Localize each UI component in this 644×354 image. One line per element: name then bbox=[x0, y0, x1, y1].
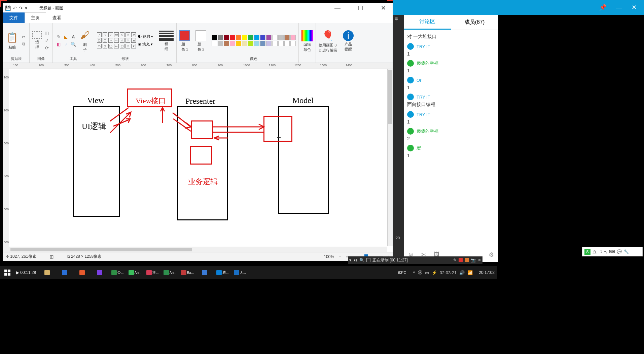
palette-swatch[interactable] bbox=[242, 35, 247, 40]
tab-home[interactable]: 主页 bbox=[25, 12, 46, 23]
text-icon[interactable]: A bbox=[70, 34, 76, 40]
palette-swatch[interactable] bbox=[236, 41, 241, 46]
palette-swatch[interactable] bbox=[260, 35, 265, 40]
taskbar-app[interactable] bbox=[197, 267, 213, 278]
resize-icon[interactable]: ⤢ bbox=[44, 37, 50, 43]
ime-toolbar[interactable]: S 五 ☽ •, ⌨ 💬 🔧 bbox=[582, 247, 643, 256]
taskbar-app[interactable]: An... bbox=[162, 267, 178, 278]
rec-search-icon[interactable]: 🔍 bbox=[359, 258, 364, 262]
palette-swatch[interactable] bbox=[290, 41, 296, 46]
pin-icon[interactable]: 📌 bbox=[599, 4, 607, 11]
tray-battery-icon[interactable]: ▭ bbox=[425, 270, 429, 275]
palette-swatch[interactable] bbox=[224, 41, 229, 46]
window-close-button[interactable]: ✕ bbox=[376, 4, 391, 12]
canvas[interactable]: View Presenter Model UI逻辑 View接口 业务逻辑 ✛ bbox=[9, 69, 393, 252]
thickness-button[interactable]: 粗 细 bbox=[159, 31, 174, 51]
fill-icon[interactable]: ◣ bbox=[63, 34, 69, 40]
palette-swatch[interactable] bbox=[284, 41, 290, 46]
rec-pen-icon[interactable]: ✎ bbox=[453, 258, 457, 262]
palette-swatch[interactable] bbox=[272, 41, 278, 46]
picker-icon[interactable]: ⟋ bbox=[63, 41, 69, 47]
bubble-icon[interactable]: 💬 bbox=[617, 249, 622, 254]
taskbar-weather[interactable]: 63°C bbox=[395, 271, 410, 275]
palette-swatch[interactable] bbox=[248, 35, 253, 40]
rec-x-icon[interactable]: ✕ bbox=[478, 258, 481, 262]
system-tray[interactable]: ^ Ⓐ ▭ ⚡ 02:03:21 🔊 📶 bbox=[410, 270, 476, 276]
taskbar-app[interactable]: 移... bbox=[144, 267, 160, 278]
tab-view[interactable]: 查看 bbox=[46, 12, 68, 23]
start-button[interactable] bbox=[0, 266, 15, 279]
zoom-out-button[interactable]: − bbox=[339, 254, 341, 259]
punct-icon[interactable]: •, bbox=[604, 249, 607, 254]
close-icon[interactable]: ✕ bbox=[632, 4, 637, 11]
tray-volume-icon[interactable]: 🔊 bbox=[459, 270, 465, 275]
taskbar-clock[interactable]: 20:17:02 bbox=[476, 270, 497, 275]
scrollbar-thumb[interactable] bbox=[388, 70, 392, 124]
taskbar-app[interactable]: 腾... bbox=[214, 267, 230, 278]
palette-swatch[interactable] bbox=[212, 35, 217, 40]
keyboard-icon[interactable]: ⌨ bbox=[609, 249, 615, 254]
product-alert-button[interactable]: i 产品 提醒 bbox=[343, 30, 354, 52]
taskbar-app[interactable]: 公... bbox=[109, 267, 126, 278]
taskbar-app[interactable] bbox=[92, 267, 108, 278]
palette-swatch[interactable] bbox=[218, 41, 223, 46]
tray-wifi-icon[interactable]: 📶 bbox=[467, 270, 473, 275]
palette-swatch[interactable] bbox=[212, 41, 217, 46]
wrench-icon[interactable]: 🔧 bbox=[624, 249, 629, 254]
rec-prev-icon[interactable]: ▾ bbox=[349, 258, 351, 262]
windows-taskbar[interactable]: ▶ 00:11:28 公...An...移...An...Ba...腾...无.… bbox=[0, 266, 497, 279]
palette-swatch[interactable] bbox=[218, 35, 223, 40]
palette-swatch[interactable] bbox=[290, 35, 296, 40]
qat-dropdown-icon[interactable]: ▾ bbox=[25, 5, 27, 11]
rec-camera-icon[interactable]: 📷 bbox=[471, 258, 476, 262]
palette-swatch[interactable] bbox=[248, 41, 253, 46]
tray-net-icon[interactable]: ⚡ bbox=[432, 270, 437, 275]
crop-icon[interactable]: ◫ bbox=[44, 30, 50, 36]
palette-swatch[interactable] bbox=[260, 41, 265, 46]
redo-icon[interactable]: ↷ bbox=[19, 5, 23, 11]
copy-icon[interactable]: ⧉ bbox=[21, 41, 27, 47]
tab-discuss[interactable]: 讨论区 bbox=[404, 15, 451, 30]
taskbar-app[interactable] bbox=[74, 267, 91, 278]
color1-button[interactable]: 颜 色 1 bbox=[179, 30, 190, 52]
pencil-icon[interactable]: ✎ bbox=[56, 34, 62, 40]
palette-swatch[interactable] bbox=[284, 35, 290, 40]
palette-swatch[interactable] bbox=[266, 41, 272, 46]
brush-button[interactable]: 🖌 刷 子 bbox=[78, 29, 91, 52]
quick-access-toolbar[interactable]: 💾 ↶ ↷ ▾ bbox=[5, 5, 27, 11]
tray-a-icon[interactable]: Ⓐ bbox=[418, 270, 422, 276]
palette-swatch[interactable] bbox=[224, 35, 229, 40]
scrollbar-thumb[interactable] bbox=[10, 248, 192, 251]
cut-icon[interactable]: ✂ bbox=[21, 34, 27, 40]
window-minimize-button[interactable]: — bbox=[330, 4, 345, 12]
palette-swatch[interactable] bbox=[236, 35, 241, 40]
window-maximize-button[interactable]: ☐ bbox=[353, 4, 368, 12]
tab-file[interactable]: 文件 bbox=[3, 12, 25, 23]
settings-icon[interactable]: ⚙ bbox=[489, 251, 494, 258]
palette-swatch[interactable] bbox=[242, 41, 247, 46]
taskbar-app[interactable] bbox=[57, 267, 73, 278]
taskbar-app[interactable]: Ba... bbox=[179, 267, 195, 278]
scrollbar-horizontal[interactable] bbox=[9, 247, 387, 252]
undo-icon[interactable]: ↶ bbox=[13, 5, 17, 11]
paint-titlebar[interactable]: 💾 ↶ ↷ ▾ 无标题 - 画图 — ☐ ✕ bbox=[3, 3, 393, 13]
palette-swatch[interactable] bbox=[230, 41, 235, 46]
paint3d-button[interactable]: 🎈 使用画图 3 D 进行编辑 bbox=[319, 29, 337, 53]
scrollbar-vertical[interactable] bbox=[387, 69, 393, 246]
save-icon[interactable]: 💾 bbox=[5, 5, 11, 11]
rotate-icon[interactable]: ⟳ bbox=[44, 45, 50, 51]
rec-pause-icon[interactable]: ⏯ bbox=[353, 258, 357, 262]
color2-button[interactable]: 颜 色 2 bbox=[195, 30, 206, 52]
tab-members[interactable]: 成员(67) bbox=[451, 15, 498, 30]
paste-button[interactable]: 📋 粘贴 bbox=[6, 31, 19, 50]
rec-box-icon[interactable] bbox=[366, 258, 370, 262]
color-palette[interactable] bbox=[212, 35, 296, 46]
taskbar-app[interactable]: An... bbox=[127, 267, 143, 278]
palette-swatch[interactable] bbox=[266, 35, 272, 40]
ime-logo[interactable]: S bbox=[584, 249, 591, 255]
eraser-icon[interactable]: ◧ bbox=[56, 41, 62, 47]
zoom-icon[interactable]: 🔍 bbox=[70, 41, 76, 47]
edit-colors-button[interactable]: 编辑 颜色 bbox=[301, 30, 313, 52]
palette-swatch[interactable] bbox=[254, 41, 259, 46]
select-button[interactable]: 选 择 bbox=[32, 31, 42, 49]
